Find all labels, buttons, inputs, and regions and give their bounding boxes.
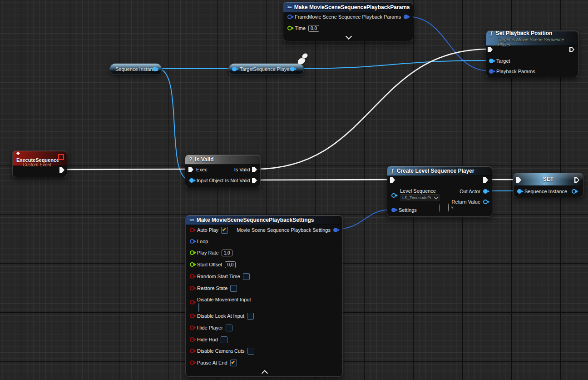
pin-auto-play-label: Auto Play: [197, 227, 218, 233]
pin-target[interactable]: [489, 59, 494, 63]
pin-pause-at-end[interactable]: [190, 360, 194, 365]
pin-level-sequence-label: Level Sequence: [400, 188, 436, 194]
node-header: ƒ Set Playback Position Target is Movie …: [486, 31, 578, 46]
checkbox-disable-look-at-input[interactable]: [247, 313, 254, 320]
pin-disable-look-at-input[interactable]: [190, 314, 194, 318]
checkbox-hide-player[interactable]: [226, 325, 232, 331]
pin-exec-label: Exec: [196, 166, 207, 173]
pin-hide-hud-label: Hide Hud: [197, 336, 218, 343]
delegate-pin[interactable]: [58, 154, 64, 160]
pin-play-rate[interactable]: [190, 250, 194, 255]
wire-exec-event-to-isvalid[interactable]: [62, 169, 190, 170]
checkbox-disable-camera-cuts[interactable]: [247, 348, 254, 355]
pin-hide-hud[interactable]: [190, 337, 194, 342]
node-subtitle: Target is Movie Scene Sequence Player: [490, 37, 574, 47]
pin-playback-params[interactable]: [489, 69, 494, 74]
wire-settings-to-create[interactable]: [336, 210, 392, 229]
pin-hide-player[interactable]: [190, 325, 194, 330]
node-title: Create Level Sequence Player: [397, 168, 474, 174]
time-value-input[interactable]: 0,0: [308, 25, 319, 32]
pin-target-label: Target: [496, 58, 510, 64]
start-offset-input[interactable]: 0,0: [225, 261, 236, 268]
checkbox-hide-hud[interactable]: [221, 336, 227, 343]
pin-target-label: Target: [240, 66, 254, 72]
exec-in-pin[interactable]: [390, 177, 395, 183]
pin-return-value-label: Return Value: [452, 199, 480, 205]
checkbox-random-start-time[interactable]: [243, 273, 250, 280]
pin-disable-movement-input[interactable]: [190, 300, 194, 305]
pin-sequence-instance-in[interactable]: [517, 189, 522, 194]
node-get-sequence-player[interactable]: Target Sequence Player: [228, 63, 304, 75]
pin-target-in[interactable]: [232, 67, 237, 71]
pin-settings-output-label: Movie Scene Sequence Playback Settings: [237, 227, 331, 233]
collapse-chevron-icon[interactable]: [262, 370, 268, 376]
pin-auto-play[interactable]: [190, 228, 194, 232]
pin-out-actor-label: Out Actor: [460, 188, 480, 195]
node-title: SET: [514, 176, 583, 182]
use-selected-icon[interactable]: [439, 204, 440, 212]
node-header: >= Make MovieSceneSequencePlaybackSettin…: [186, 215, 342, 225]
pin-sequence-instance-out[interactable]: [153, 67, 157, 71]
pin-disable-movement-input-label: Disable Movement Input: [197, 296, 251, 303]
pin-disable-look-at-input-label: Disable Look At Input: [197, 313, 244, 319]
node-header: ? Is Valid: [185, 155, 260, 165]
level-sequence-dropdown[interactable]: LS_TimecodePr: [400, 194, 440, 202]
checkbox-disable-movement-input[interactable]: [198, 303, 199, 312]
exec-is-not-valid-out-pin[interactable]: [252, 178, 257, 183]
pin-loop-label: Loop: [197, 238, 208, 245]
pin-is-valid-label: Is Valid: [234, 166, 250, 173]
pin-playback-params-out[interactable]: [404, 15, 408, 19]
node-make-playback-settings[interactable]: >= Make MovieSceneSequencePlaybackSettin…: [185, 215, 343, 377]
node-get-sequence-instance[interactable]: Sequence Instance: [109, 63, 162, 75]
function-icon: ƒ: [490, 30, 493, 36]
variable-label: Sequence Player: [253, 66, 291, 72]
exec-out-pin[interactable]: [483, 177, 488, 183]
pin-settings[interactable]: [391, 208, 396, 212]
variable-label: Sequence Instance: [115, 66, 158, 72]
browse-asset-icon[interactable]: [448, 203, 449, 212]
node-title: Make MovieSceneSequencePlaybackSettings: [197, 217, 314, 223]
node-set-playback-position[interactable]: ƒ Set Playback Position Target is Movie …: [486, 30, 578, 77]
pin-pause-at-end-label: Pause At End: [197, 360, 227, 366]
pin-frame[interactable]: [287, 15, 292, 19]
exec-in-pin[interactable]: [488, 47, 493, 52]
wire-exec-isnotvalid-to-create[interactable]: [255, 180, 391, 180]
wire-seqplayer-to-target[interactable]: [295, 60, 490, 69]
pin-time-label: Time: [295, 25, 306, 31]
pin-input-object-label: Input Object: [197, 177, 223, 184]
pin-random-start-time[interactable]: [190, 274, 194, 279]
node-make-playback-params[interactable]: >= Make MovieSceneSequencePlaybackParams…: [283, 2, 413, 41]
pin-time[interactable]: [287, 26, 292, 30]
node-set-sequence-instance[interactable]: SET Sequence Instance: [513, 173, 583, 197]
pin-random-start-time-label: Random Start Time: [197, 273, 240, 280]
node-execute-sequence-event[interactable]: ◆ ExecuteSequence Custom Event: [12, 150, 67, 177]
pin-disable-camera-cuts[interactable]: [190, 349, 194, 353]
pin-out-actor[interactable]: [483, 189, 488, 194]
node-subtitle: Custom Event: [16, 162, 63, 167]
pin-sequence-instance-out[interactable]: [572, 189, 576, 194]
play-rate-input[interactable]: 1,0: [222, 250, 232, 256]
checkbox-pause-at-end[interactable]: [230, 360, 237, 366]
node-create-level-sequence-player[interactable]: ƒ Create Level Sequence Player Level Seq…: [387, 166, 492, 217]
pin-sequence-player-out[interactable]: [290, 67, 295, 71]
node-is-valid[interactable]: ? Is Valid Exec Input Object Is Valid Is…: [185, 155, 261, 187]
pin-input-object[interactable]: [189, 178, 194, 183]
checkbox-restore-state[interactable]: [230, 285, 237, 292]
pin-return-value[interactable]: [483, 200, 488, 204]
exec-in-pin[interactable]: [188, 167, 193, 172]
expand-chevron-icon[interactable]: [346, 33, 352, 40]
pin-level-sequence[interactable]: [391, 193, 396, 198]
exec-is-valid-out-pin[interactable]: [252, 167, 257, 172]
pin-restore-state[interactable]: [190, 286, 194, 290]
checkbox-auto-play[interactable]: [221, 227, 228, 234]
pin-sequence-instance-label: Sequence Instance: [524, 188, 567, 195]
exec-out-pin[interactable]: [59, 167, 64, 173]
blueprint-graph-canvas[interactable]: >= Make MovieSceneSequencePlaybackParams…: [0, 0, 588, 380]
pin-loop[interactable]: [190, 239, 194, 244]
node-title: Set Playback Position: [496, 30, 553, 36]
make-struct-icon: >=: [287, 5, 292, 10]
exec-out-pin[interactable]: [569, 47, 574, 52]
pin-is-not-valid-label: Is Not Valid: [225, 177, 250, 184]
pin-settings-out[interactable]: [333, 228, 338, 232]
pin-start-offset[interactable]: [190, 262, 194, 267]
